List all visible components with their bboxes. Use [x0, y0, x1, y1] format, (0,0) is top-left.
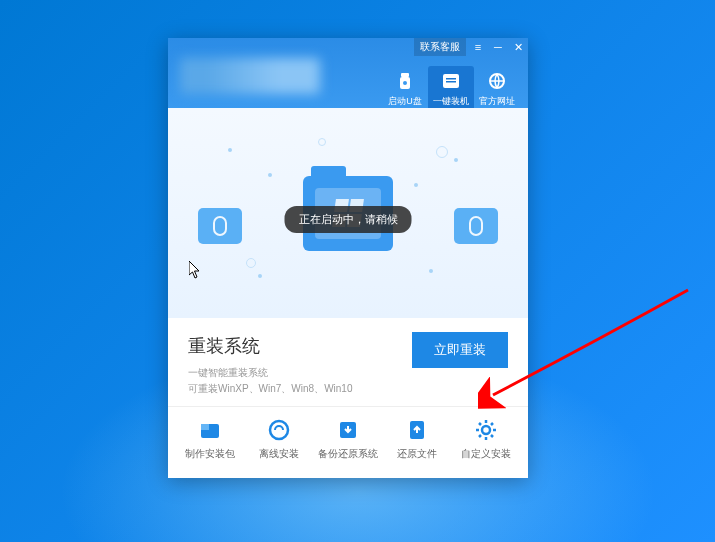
device-icon-right — [454, 208, 498, 244]
package-icon — [197, 417, 223, 443]
tool-backup-restore[interactable]: 备份还原系统 — [318, 417, 378, 461]
nav-tabs: 启动U盘 一键装机 官方网址 — [382, 66, 520, 114]
tool-offline-install[interactable]: 离线安装 — [249, 417, 309, 461]
tool-create-package[interactable]: 制作安装包 — [180, 417, 240, 461]
titlebar-controls: 联系客服 ≡ ─ ✕ — [414, 38, 528, 56]
tool-restore-files[interactable]: 还原文件 — [387, 417, 447, 461]
nav-tab-official-site[interactable]: 官方网址 — [474, 66, 520, 114]
menu-icon[interactable]: ≡ — [468, 38, 488, 56]
backup-icon — [335, 417, 361, 443]
tool-label: 离线安装 — [259, 447, 299, 461]
restore-icon — [404, 417, 430, 443]
loading-toast: 正在启动中，请稍候 — [285, 206, 412, 233]
usb-icon — [394, 70, 416, 92]
offline-icon — [266, 417, 292, 443]
page-subtitle: 一键智能重装系统 — [188, 366, 508, 380]
page-description: 可重装WinXP、Win7、Win8、Win10 — [188, 382, 508, 396]
titlebar: 联系客服 ≡ ─ ✕ 启动U盘 一键装机 官方网址 — [168, 38, 528, 108]
svg-point-2 — [403, 81, 407, 85]
svg-rect-0 — [401, 73, 409, 77]
nav-tab-label: 官方网址 — [479, 95, 515, 108]
contact-support-button[interactable]: 联系客服 — [414, 38, 466, 56]
tool-label: 制作安装包 — [185, 447, 235, 461]
svg-point-9 — [270, 421, 288, 439]
install-icon — [440, 70, 462, 92]
tool-custom-install[interactable]: 自定义安装 — [456, 417, 516, 461]
nav-tab-label: 一键装机 — [433, 95, 469, 108]
svg-rect-8 — [201, 424, 209, 430]
tool-label: 备份还原系统 — [318, 447, 378, 461]
nav-tab-one-click-install[interactable]: 一键装机 — [428, 66, 474, 114]
content-area: 重装系统 一键智能重装系统 可重装WinXP、Win7、Win8、Win10 立… — [168, 318, 528, 406]
svg-rect-5 — [446, 81, 456, 83]
nav-tab-usb-boot[interactable]: 启动U盘 — [382, 66, 428, 114]
gear-icon — [473, 417, 499, 443]
minimize-icon[interactable]: ─ — [488, 38, 508, 56]
nav-tab-label: 启动U盘 — [388, 95, 422, 108]
tool-label: 还原文件 — [397, 447, 437, 461]
svg-rect-4 — [446, 78, 456, 80]
tool-label: 自定义安装 — [461, 447, 511, 461]
hero-illustration: 正在启动中，请稍候 — [168, 108, 528, 318]
device-icon-left — [198, 208, 242, 244]
app-logo — [180, 58, 320, 94]
reinstall-now-button[interactable]: 立即重装 — [412, 332, 508, 368]
close-icon[interactable]: ✕ — [508, 38, 528, 56]
bottom-toolbar: 制作安装包 离线安装 备份还原系统 还原文件 自定义安装 — [168, 406, 528, 473]
globe-icon — [486, 70, 508, 92]
app-window: 联系客服 ≡ ─ ✕ 启动U盘 一键装机 官方网址 — [168, 38, 528, 478]
svg-point-12 — [482, 426, 490, 434]
